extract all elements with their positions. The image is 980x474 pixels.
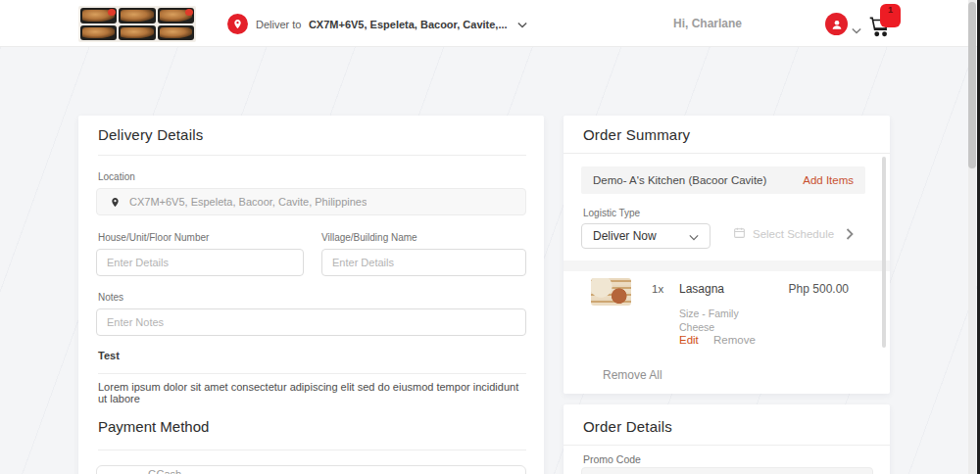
deliver-prefix: Deliver to <box>256 19 301 30</box>
brand-logo[interactable] <box>78 6 196 42</box>
section-separator <box>564 261 890 271</box>
order-summary-card: Order Summary Demo- A's Kitchen (Bacoor … <box>564 116 890 394</box>
restaurant-bar: Demo- A's Kitchen (Bacoor Cavite) Add It… <box>581 166 865 194</box>
logistic-type-label: Logistic Type <box>583 208 640 218</box>
top-navbar: Deliver to CX7M+6V5, Espeleta, Bacoor, C… <box>0 0 980 47</box>
location-pin-icon <box>227 14 248 34</box>
restaurant-name: Demo- A's Kitchen (Bacoor Cavite) <box>593 174 766 186</box>
notes-input[interactable] <box>96 308 526 336</box>
divider <box>98 155 526 156</box>
page-scrollbar-thumb[interactable] <box>968 2 976 168</box>
logo-food-tray <box>119 25 155 41</box>
promo-code-label: Promo Code <box>583 453 641 465</box>
chevron-down-icon <box>689 227 699 245</box>
deliver-address: CX7M+6V5, Espeleta, Bacoor, Cavite,... <box>309 19 508 30</box>
map-pin-icon <box>110 196 121 209</box>
divider <box>98 450 526 450</box>
payment-method-title: Payment Method <box>98 418 209 435</box>
logo-food-tray <box>119 8 155 24</box>
chevron-down-icon[interactable] <box>852 21 861 38</box>
item-name: Lasagna <box>679 282 724 296</box>
logo-food-tray <box>158 25 194 41</box>
logo-food-tray <box>80 25 117 41</box>
item-quantity: 1x <box>652 283 663 295</box>
logistic-type-value: Deliver Now <box>593 229 657 243</box>
logo-food-tray <box>80 8 117 24</box>
order-summary-scrollbar[interactable] <box>882 157 886 348</box>
divider <box>98 373 526 374</box>
item-thumbnail <box>591 278 631 306</box>
checkout-page: Deliver to CX7M+6V5, Espeleta, Bacoor, C… <box>0 0 980 474</box>
order-details-title: Order Details <box>583 418 672 435</box>
calendar-icon <box>733 225 746 243</box>
village-name-input[interactable] <box>321 249 526 276</box>
test-section-heading: Test <box>98 350 120 361</box>
user-avatar[interactable] <box>825 13 848 35</box>
delivery-address-selector[interactable]: Deliver to CX7M+6V5, Espeleta, Bacoor, C… <box>227 13 527 34</box>
delivery-details-card: Delivery Details Location CX7M+6V5, Espe… <box>78 116 544 474</box>
user-greeting: Hi, Charlane <box>673 17 742 30</box>
remove-all-link[interactable]: Remove All <box>603 368 662 382</box>
delivery-details-title: Delivery Details <box>98 126 203 143</box>
test-section-body: Lorem ipsum dolor sit amet consectetur a… <box>98 381 519 404</box>
item-edit-link[interactable]: Edit <box>679 334 699 346</box>
house-number-label: House/Unit/Floor Number <box>98 232 209 243</box>
item-variant-size: Size - Family <box>679 308 739 319</box>
payment-option-gcash[interactable]: GCash <box>96 465 526 474</box>
chevron-right-icon[interactable] <box>846 226 854 244</box>
payment-option-label: GCash <box>148 468 181 474</box>
item-price: Php 500.00 <box>789 282 849 296</box>
house-number-input[interactable] <box>96 249 304 276</box>
divider <box>564 153 890 154</box>
item-variant-addon: Cheese <box>679 321 714 333</box>
divider <box>564 445 890 446</box>
cart-count-badge: 1 <box>880 4 901 27</box>
village-name-label: Village/Building Name <box>321 232 417 243</box>
location-value: CX7M+6V5, Espeleta, Bacoor, Cavite, Phil… <box>129 196 367 208</box>
item-remove-link[interactable]: Remove <box>713 334 756 346</box>
deliver-to-text: Deliver to CX7M+6V5, Espeleta, Bacoor, C… <box>256 15 527 32</box>
select-schedule-label: Select Schedule <box>753 228 834 240</box>
add-items-link[interactable]: Add Items <box>803 174 854 186</box>
notes-label: Notes <box>98 292 123 303</box>
select-schedule-button[interactable]: Select Schedule <box>733 225 834 243</box>
location-field[interactable]: CX7M+6V5, Espeleta, Bacoor, Cavite, Phil… <box>96 188 526 215</box>
order-summary-title: Order Summary <box>583 126 690 143</box>
logo-food-tray <box>158 8 194 24</box>
order-details-card: Order Details Promo Code <box>564 404 890 474</box>
promo-code-input[interactable] <box>581 467 873 474</box>
location-label: Location <box>98 171 135 182</box>
chevron-down-icon <box>517 15 527 32</box>
logistic-type-dropdown[interactable]: Deliver Now <box>581 223 710 249</box>
person-icon <box>830 18 844 31</box>
